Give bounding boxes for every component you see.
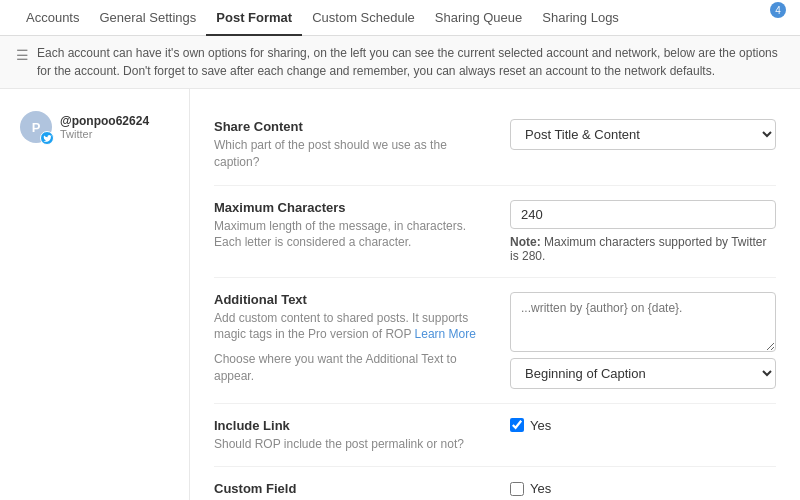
nav-custom-schedule[interactable]: Custom Schedule <box>302 0 425 36</box>
nav-sharing-logs[interactable]: Sharing Logs <box>532 0 629 36</box>
include-link-control: Yes <box>510 418 776 433</box>
nav-sharing-queue[interactable]: Sharing Queue <box>425 0 532 36</box>
account-name: @ponpoo62624 <box>60 114 149 128</box>
max-characters-control: Note: Maximum characters supported by Tw… <box>510 200 776 263</box>
share-content-desc: Which part of the post should we use as … <box>214 137 494 171</box>
main-content: P @ponpoo62624 Twitter Share Content Whi… <box>0 89 800 500</box>
include-link-label-col: Include Link Should ROP include the post… <box>214 418 494 453</box>
nav-general-settings[interactable]: General Settings <box>89 0 206 36</box>
custom-field-control: Yes <box>510 481 776 496</box>
nav-accounts[interactable]: Accounts <box>16 0 89 36</box>
max-characters-input[interactable] <box>510 200 776 229</box>
include-link-row: Include Link Should ROP include the post… <box>214 404 776 468</box>
custom-field-label: Custom Field <box>214 481 494 496</box>
account-sidebar: P @ponpoo62624 Twitter <box>0 89 190 500</box>
additional-text-position-select[interactable]: Beginning of Caption End of Caption <box>510 358 776 389</box>
additional-text-control: Beginning of Caption End of Caption <box>510 292 776 389</box>
additional-text-textarea[interactable] <box>510 292 776 352</box>
max-characters-label-col: Maximum Characters Maximum length of the… <box>214 200 494 252</box>
info-icon: ☰ <box>16 45 29 66</box>
max-characters-row: Maximum Characters Maximum length of the… <box>214 186 776 278</box>
max-characters-desc: Maximum length of the message, in charac… <box>214 218 494 252</box>
include-link-checkbox[interactable] <box>510 418 524 432</box>
share-content-label-col: Share Content Which part of the post sho… <box>214 119 494 171</box>
avatar: P <box>20 111 52 143</box>
additional-text-label-col: Additional Text Add custom content to sh… <box>214 292 494 385</box>
info-text: Each account can have it's own options f… <box>37 44 784 80</box>
max-characters-label: Maximum Characters <box>214 200 494 215</box>
custom-field-checkbox-row: Yes <box>510 481 776 496</box>
additional-text-position-desc: Choose where you want the Additional Tex… <box>214 351 494 385</box>
custom-field-checkbox[interactable] <box>510 482 524 496</box>
notification-badge: 4 <box>770 2 786 18</box>
share-content-select[interactable]: Post Title & Content Post Title Only Pos… <box>510 119 776 150</box>
max-characters-note: Note: Maximum characters supported by Tw… <box>510 235 776 263</box>
custom-field-checkbox-label[interactable]: Yes <box>530 481 551 496</box>
share-content-control: Post Title & Content Post Title Only Pos… <box>510 119 776 150</box>
custom-field-label-col: Custom Field Fetch URL from custom field… <box>214 481 494 500</box>
settings-panel: Share Content Which part of the post sho… <box>190 89 800 500</box>
additional-text-row: Additional Text Add custom content to sh… <box>214 278 776 404</box>
twitter-badge <box>40 131 54 145</box>
custom-field-row: Custom Field Fetch URL from custom field… <box>214 467 776 500</box>
info-bar: ☰ Each account can have it's own options… <box>0 36 800 89</box>
top-navigation: Accounts General Settings Post Format Cu… <box>0 0 800 36</box>
additional-text-learn-more[interactable]: Learn More <box>415 327 476 341</box>
include-link-checkbox-row: Yes <box>510 418 776 433</box>
account-item[interactable]: P @ponpoo62624 Twitter <box>12 105 177 149</box>
share-content-row: Share Content Which part of the post sho… <box>214 105 776 186</box>
share-content-label: Share Content <box>214 119 494 134</box>
account-network: Twitter <box>60 128 149 140</box>
account-info: @ponpoo62624 Twitter <box>60 114 149 140</box>
include-link-desc: Should ROP include the post permalink or… <box>214 436 494 453</box>
nav-post-format[interactable]: Post Format <box>206 0 302 36</box>
include-link-checkbox-label[interactable]: Yes <box>530 418 551 433</box>
additional-text-desc: Add custom content to shared posts. It s… <box>214 310 494 344</box>
additional-text-label: Additional Text <box>214 292 494 307</box>
include-link-label: Include Link <box>214 418 494 433</box>
